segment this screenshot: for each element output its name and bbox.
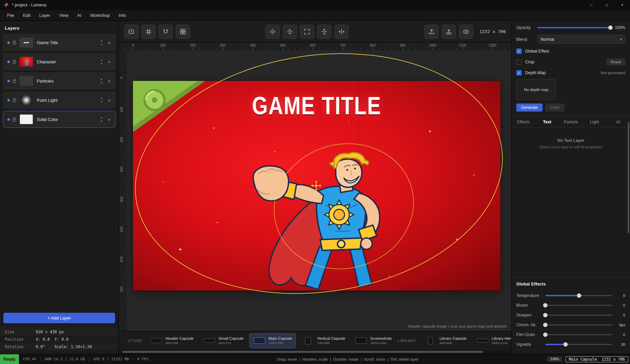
- move-layer-down-button[interactable]: ▼: [99, 119, 104, 123]
- preview-toggle-button[interactable]: [459, 25, 473, 39]
- tab-light[interactable]: Light: [583, 117, 606, 127]
- move-layer-down-button[interactable]: ▼: [99, 81, 104, 85]
- scrollbar-thumb[interactable]: [122, 351, 483, 353]
- slider-handle[interactable]: [563, 342, 568, 346]
- canvas-h-scrollbar[interactable]: [119, 350, 511, 354]
- ruler-mark: 500: [120, 226, 124, 232]
- layer-visibility-dot[interactable]: [7, 118, 10, 121]
- crop-checkbox[interactable]: [516, 59, 522, 65]
- slider-handle[interactable]: [543, 313, 548, 317]
- slider-handle[interactable]: [577, 293, 581, 298]
- delete-layer-button[interactable]: ×: [106, 97, 112, 103]
- grid-toggle-button[interactable]: [141, 25, 156, 39]
- ruler-mark: 0: [132, 43, 134, 47]
- capsule-item[interactable]: Header Capsule 920×430: [146, 333, 197, 348]
- layer-row[interactable]: Particles ▲ ▼ ×: [3, 72, 115, 89]
- delete-layer-button[interactable]: ×: [106, 40, 112, 46]
- capsule-item[interactable]: Library Capsule 600×900: [420, 333, 470, 348]
- capsule-item[interactable]: Screenshots 1920×1080: [351, 333, 395, 348]
- move-layer-down-button[interactable]: ▼: [99, 100, 104, 104]
- capsule-item[interactable]: Vertical Capsule 748×896: [298, 333, 349, 348]
- layer-visibility-dot[interactable]: [7, 61, 10, 63]
- move-layer-down-button[interactable]: ▼: [99, 62, 104, 65]
- tab-effects[interactable]: Effects: [512, 117, 535, 127]
- capsule-item[interactable]: Library Hero 3840×1240: [472, 333, 511, 348]
- menu-file[interactable]: File: [3, 11, 19, 20]
- menu-info[interactable]: Info: [114, 11, 130, 20]
- export-button[interactable]: [424, 25, 439, 39]
- layer-thumbnail: [20, 114, 33, 124]
- effect-slider[interactable]: [545, 293, 612, 298]
- minimize-button[interactable]: ─: [583, 0, 599, 10]
- statusbar: Ready CPU 4%|RAM 14.3 / 31.8 GB|GPU 0 / …: [0, 354, 630, 364]
- move-layer-down-button[interactable]: ▼: [99, 42, 104, 46]
- generate-depth-button[interactable]: Generate: [516, 103, 543, 112]
- menu-edit[interactable]: Edit: [19, 11, 35, 20]
- move-layer-up-button[interactable]: ▲: [99, 39, 104, 42]
- lock-icon[interactable]: [12, 117, 17, 122]
- canvas-viewport[interactable]: GAME TITLE Header capsule image | Just y…: [126, 50, 511, 331]
- layer-row[interactable]: Character ▲ ▼ ×: [3, 53, 115, 70]
- upload-button[interactable]: [442, 25, 456, 39]
- flip-vertical-button[interactable]: [283, 25, 297, 39]
- capsule-item[interactable]: Small Capsule 462×174: [199, 333, 247, 348]
- slider-handle[interactable]: [543, 303, 548, 307]
- snap-magnet-button[interactable]: [159, 25, 173, 39]
- lock-icon[interactable]: [12, 59, 17, 64]
- tab-text[interactable]: Text: [535, 117, 559, 127]
- status-capsule: Main Capsule 1232 x 706: [566, 356, 628, 362]
- opacity-slider[interactable]: [537, 25, 610, 30]
- menu-view[interactable]: View: [55, 11, 73, 20]
- depth-map-checkbox[interactable]: ✓: [516, 70, 522, 75]
- blend-select[interactable]: Normal ▾: [537, 35, 625, 44]
- delete-layer-button[interactable]: ×: [106, 59, 112, 65]
- effect-slider[interactable]: [545, 313, 612, 317]
- lock-icon[interactable]: [12, 98, 17, 102]
- flip-horizontal-button[interactable]: [266, 25, 280, 39]
- delete-layer-button[interactable]: ×: [106, 117, 112, 122]
- capsule-size: 920×430: [165, 341, 193, 345]
- lock-icon[interactable]: [12, 40, 17, 45]
- delete-layer-button[interactable]: ×: [106, 78, 112, 84]
- menu-layer[interactable]: Layer: [35, 11, 55, 20]
- move-layer-up-button[interactable]: ▲: [99, 96, 104, 100]
- layer-row[interactable]: Point Light ▲ ▼ ×: [3, 92, 115, 109]
- effect-slider[interactable]: [545, 303, 612, 308]
- clear-depth-button[interactable]: Clear: [545, 103, 565, 112]
- effect-slider[interactable]: [545, 332, 612, 337]
- maximize-button[interactable]: □: [599, 0, 614, 10]
- status-zoom[interactable]: 100%: [547, 356, 562, 362]
- effect-slider[interactable]: [545, 342, 612, 347]
- tab-ai[interactable]: AI: [606, 117, 630, 127]
- close-button[interactable]: ×: [614, 0, 630, 10]
- capsule-artwork[interactable]: GAME TITLE: [133, 81, 500, 291]
- layer-row[interactable]: Game Title ▲ ▼ ×: [3, 34, 115, 51]
- capsule-size: 1920×1080: [370, 341, 392, 345]
- move-layer-up-button[interactable]: ▲: [99, 77, 104, 81]
- layer-visibility-dot[interactable]: [7, 80, 10, 82]
- global-effect-checkbox[interactable]: ✓: [516, 49, 522, 54]
- lock-icon[interactable]: [12, 79, 17, 83]
- move-layer-up-button[interactable]: ▲: [99, 58, 104, 62]
- center-vertical-button[interactable]: [317, 25, 331, 39]
- fit-view-button[interactable]: [300, 25, 314, 39]
- slider-handle[interactable]: [543, 323, 548, 327]
- effect-slider[interactable]: [545, 323, 612, 327]
- center-horizontal-button[interactable]: [334, 25, 349, 39]
- ruler-mark: 400: [120, 196, 124, 202]
- add-layer-button[interactable]: + Add Layer: [3, 313, 115, 323]
- menu-ai[interactable]: AI: [73, 11, 86, 20]
- layer-visibility-dot[interactable]: [7, 41, 10, 44]
- slider-handle[interactable]: [608, 26, 613, 30]
- board-layout-button[interactable]: [176, 25, 190, 39]
- transform-tool-button[interactable]: [124, 25, 138, 39]
- tab-particle[interactable]: Particle: [559, 117, 582, 127]
- crop-reset-button[interactable]: Reset: [606, 59, 625, 65]
- panel-scrollbar[interactable]: [628, 122, 629, 233]
- move-layer-up-button[interactable]: ▲: [99, 116, 104, 119]
- capsule-item[interactable]: Main Capsule 1232×706: [249, 333, 296, 348]
- menu-workshop[interactable]: Workshop: [86, 11, 114, 20]
- layer-visibility-dot[interactable]: [7, 99, 10, 101]
- slider-handle[interactable]: [543, 332, 548, 337]
- layer-row[interactable]: Solid Color ▲ ▼ ×: [3, 111, 115, 128]
